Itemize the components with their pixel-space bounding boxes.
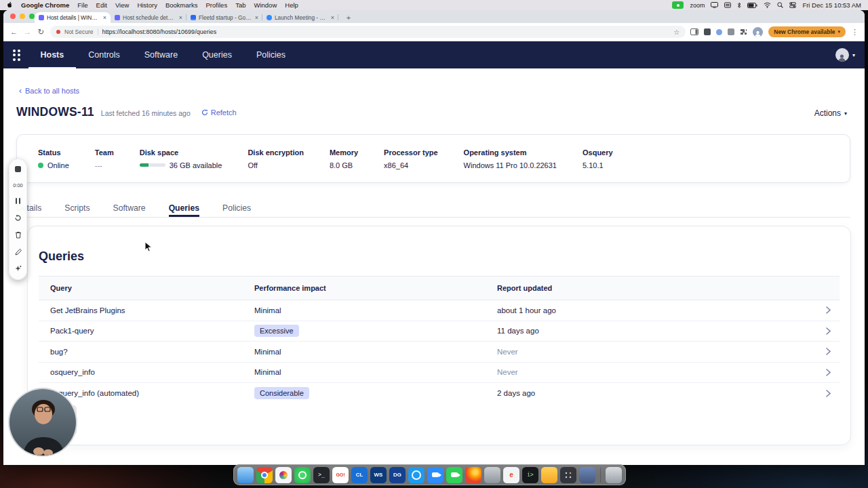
- bookmark-star-icon[interactable]: ☆: [673, 28, 679, 36]
- minimize-window-button[interactable]: [20, 14, 25, 19]
- browser-tab-schedule-details[interactable]: Host schedule details | Vict ×: [111, 12, 186, 23]
- delete-recording-icon[interactable]: [15, 231, 22, 239]
- table-row[interactable]: osquery_info Minimal Never: [39, 363, 840, 384]
- column-performance-impact[interactable]: Performance impact: [243, 284, 486, 292]
- dock-calculator-icon[interactable]: [560, 467, 576, 483]
- close-window-button[interactable]: [10, 14, 16, 19]
- browser-tab-google-docs[interactable]: Fleetd startup - Google Docs ×: [186, 12, 262, 23]
- control-center-icon[interactable]: [789, 2, 796, 8]
- url-text[interactable]: https://localhost:8080/hosts/10699/queri…: [102, 28, 670, 35]
- table-row[interactable]: bug? Minimal Never: [39, 342, 840, 363]
- stop-recording-icon[interactable]: [15, 166, 21, 172]
- nav-controls[interactable]: Controls: [76, 41, 132, 68]
- tab-policies[interactable]: Policies: [222, 199, 251, 217]
- dock-facetime-icon[interactable]: [446, 467, 462, 483]
- restart-recording-icon[interactable]: [14, 214, 22, 222]
- dock-firefox-icon[interactable]: [465, 467, 481, 483]
- profile-avatar[interactable]: [753, 27, 763, 37]
- menu-profiles[interactable]: Profiles: [205, 1, 227, 9]
- row-chevron-icon[interactable]: [826, 348, 831, 355]
- extension-icon[interactable]: [716, 29, 722, 35]
- extension-icon[interactable]: [728, 28, 734, 35]
- row-chevron-icon[interactable]: [826, 390, 831, 397]
- tab-scripts[interactable]: Scripts: [64, 199, 90, 217]
- extensions-puzzle-icon[interactable]: [740, 28, 747, 36]
- apple-menu-icon[interactable]: [7, 1, 13, 9]
- dock-zoom-icon[interactable]: [427, 467, 443, 483]
- bluetooth-icon[interactable]: [737, 2, 741, 9]
- dock-cl-app-icon[interactable]: CL: [351, 467, 368, 483]
- browser-tab-host-details[interactable]: Host details | WINDOWS-11 ×: [35, 12, 111, 23]
- fleet-logo-icon[interactable]: [13, 49, 20, 61]
- reload-button[interactable]: ↻: [37, 27, 45, 37]
- back-button[interactable]: ←: [9, 28, 18, 36]
- dock-iterm-icon[interactable]: i>: [522, 467, 538, 483]
- menu-history[interactable]: History: [137, 1, 157, 9]
- pause-recording-icon[interactable]: [16, 198, 21, 204]
- nav-hosts[interactable]: Hosts: [28, 41, 77, 68]
- zoom-window-button[interactable]: [29, 14, 35, 19]
- column-query[interactable]: Query: [39, 284, 243, 292]
- actions-dropdown[interactable]: Actions ▾: [814, 108, 847, 118]
- table-row[interactable]: osquery_info (automated) Considerable 2 …: [39, 383, 840, 404]
- menu-bookmarks[interactable]: Bookmarks: [165, 1, 198, 9]
- battery-icon[interactable]: [747, 3, 757, 8]
- new-tab-button[interactable]: +: [343, 12, 354, 23]
- wifi-icon[interactable]: [764, 2, 771, 8]
- extension-icon[interactable]: [704, 28, 711, 35]
- keyboard-brightness-icon[interactable]: [724, 2, 731, 8]
- dock-go-app-icon[interactable]: GO!: [332, 467, 349, 483]
- menu-edit[interactable]: Edit: [96, 1, 107, 9]
- dock-e-app-icon[interactable]: e: [503, 467, 519, 483]
- row-chevron-icon[interactable]: [826, 306, 831, 314]
- chrome-menu-icon[interactable]: ⋮: [851, 28, 859, 37]
- table-row[interactable]: Pack1-query Excessive 11 days ago: [39, 321, 840, 342]
- menu-view[interactable]: View: [115, 1, 129, 9]
- tab-queries[interactable]: Queries: [169, 199, 199, 217]
- webcam-bubble[interactable]: [8, 388, 77, 457]
- menu-tab[interactable]: Tab: [235, 1, 245, 9]
- nav-policies[interactable]: Policies: [244, 41, 298, 68]
- menu-file[interactable]: File: [77, 1, 87, 9]
- dock-finder-icon[interactable]: [237, 467, 254, 483]
- back-to-hosts-link[interactable]: ‹ Back to all hosts: [19, 87, 79, 95]
- menu-help[interactable]: Help: [285, 1, 298, 9]
- zoom-menubar-item[interactable]: zoom: [690, 2, 705, 9]
- row-chevron-icon[interactable]: [826, 327, 831, 335]
- close-tab-icon[interactable]: ×: [179, 14, 182, 21]
- menu-window[interactable]: Window: [254, 1, 277, 9]
- dock-app-icon[interactable]: [579, 467, 595, 483]
- display-icon[interactable]: [711, 2, 718, 8]
- dock-chrome-icon[interactable]: [256, 467, 273, 483]
- close-tab-icon[interactable]: ×: [103, 14, 106, 21]
- menubar-app-name[interactable]: Google Chrome: [21, 1, 69, 9]
- table-row[interactable]: Get JetBrains Plugins Minimal about 1 ho…: [39, 300, 840, 321]
- close-tab-icon[interactable]: ×: [255, 14, 258, 21]
- tab-software[interactable]: Software: [113, 199, 146, 217]
- security-label[interactable]: Not Secure: [64, 28, 94, 35]
- dock-terminal-icon[interactable]: >_: [313, 467, 330, 483]
- column-report-updated[interactable]: Report updated: [486, 284, 816, 292]
- recording-status-icon[interactable]: [672, 1, 684, 9]
- dock-whatsapp-icon[interactable]: [294, 467, 311, 483]
- dock-notes-icon[interactable]: [541, 467, 557, 483]
- menubar-clock[interactable]: Fri Dec 15 10:53 AM: [802, 1, 861, 9]
- user-menu-caret-icon[interactable]: ▾: [852, 52, 855, 58]
- effects-tool-icon[interactable]: [14, 265, 22, 272]
- dock-safari-icon[interactable]: [408, 467, 425, 483]
- side-panel-icon[interactable]: [690, 28, 698, 35]
- dock-photos-icon[interactable]: [275, 467, 292, 483]
- user-avatar[interactable]: [835, 48, 849, 62]
- nav-software[interactable]: Software: [132, 41, 190, 68]
- browser-tab-zoom[interactable]: Launch Meeting - Zoom ×: [262, 12, 338, 23]
- dock-ws-app-icon[interactable]: WS: [370, 467, 387, 483]
- refetch-button[interactable]: Refetch: [201, 108, 237, 117]
- row-chevron-icon[interactable]: [826, 369, 831, 376]
- dock-dg-app-icon[interactable]: DG: [389, 467, 406, 483]
- spotlight-search-icon[interactable]: [777, 2, 783, 8]
- address-bar[interactable]: Not Secure https://localhost:8080/hosts/…: [50, 26, 686, 38]
- close-tab-icon[interactable]: ×: [331, 14, 334, 21]
- chrome-update-button[interactable]: New Chrome available ▾: [768, 26, 846, 37]
- nav-queries[interactable]: Queries: [190, 41, 244, 68]
- draw-tool-icon[interactable]: [15, 249, 22, 256]
